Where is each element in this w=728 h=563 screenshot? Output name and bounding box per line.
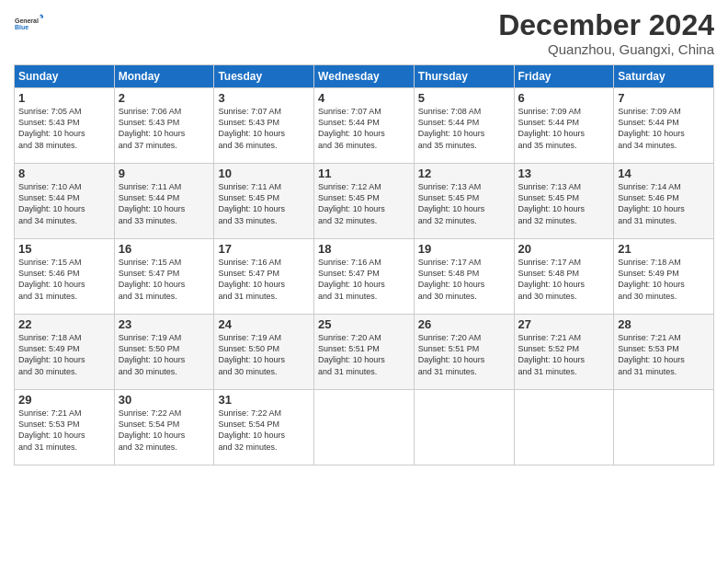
- svg-text:Blue: Blue: [15, 24, 28, 30]
- day-info: Sunrise: 7:12 AMSunset: 5:45 PMDaylight:…: [318, 181, 410, 226]
- day-number: 22: [18, 317, 110, 331]
- day-number: 23: [119, 317, 210, 331]
- calendar: SundayMondayTuesdayWednesdayThursdayFrid…: [14, 64, 714, 465]
- day-info: Sunrise: 7:13 AMSunset: 5:45 PMDaylight:…: [418, 181, 510, 226]
- day-number: 16: [119, 242, 210, 256]
- table-row: 1Sunrise: 7:05 AMSunset: 5:43 PMDaylight…: [15, 88, 115, 164]
- table-row: 5Sunrise: 7:08 AMSunset: 5:44 PMDaylight…: [414, 88, 514, 164]
- table-row: 27Sunrise: 7:21 AMSunset: 5:52 PMDayligh…: [514, 315, 614, 390]
- day-number: 9: [119, 167, 210, 180]
- table-row: [514, 390, 614, 465]
- day-number: 7: [618, 91, 710, 105]
- table-row: 11Sunrise: 7:12 AMSunset: 5:45 PMDayligh…: [314, 164, 415, 239]
- day-number: 15: [18, 242, 110, 256]
- day-info: Sunrise: 7:18 AMSunset: 5:49 PMDaylight:…: [618, 257, 710, 302]
- day-number: 24: [218, 317, 310, 331]
- table-row: 22Sunrise: 7:18 AMSunset: 5:49 PMDayligh…: [15, 315, 115, 390]
- day-info: Sunrise: 7:19 AMSunset: 5:50 PMDaylight:…: [218, 332, 310, 377]
- day-info: Sunrise: 7:09 AMSunset: 5:44 PMDaylight:…: [518, 106, 610, 151]
- table-row: 12Sunrise: 7:13 AMSunset: 5:45 PMDayligh…: [414, 164, 514, 239]
- table-row: 21Sunrise: 7:18 AMSunset: 5:49 PMDayligh…: [614, 239, 714, 315]
- table-row: 26Sunrise: 7:20 AMSunset: 5:51 PMDayligh…: [414, 315, 514, 390]
- header-wednesday: Wednesday: [314, 65, 415, 88]
- day-info: Sunrise: 7:21 AMSunset: 5:53 PMDaylight:…: [18, 408, 110, 453]
- day-number: 1: [18, 91, 110, 105]
- day-number: 29: [18, 393, 110, 407]
- day-info: Sunrise: 7:07 AMSunset: 5:44 PMDaylight:…: [318, 106, 410, 151]
- day-number: 31: [218, 393, 310, 407]
- day-info: Sunrise: 7:14 AMSunset: 5:46 PMDaylight:…: [618, 181, 710, 226]
- day-number: 5: [418, 91, 510, 105]
- table-row: 23Sunrise: 7:19 AMSunset: 5:50 PMDayligh…: [114, 315, 214, 390]
- day-number: 14: [618, 167, 710, 180]
- header-sunday: Sunday: [15, 65, 115, 88]
- day-info: Sunrise: 7:09 AMSunset: 5:44 PMDaylight:…: [618, 106, 710, 151]
- table-row: 17Sunrise: 7:16 AMSunset: 5:47 PMDayligh…: [214, 239, 314, 315]
- table-row: 16Sunrise: 7:15 AMSunset: 5:47 PMDayligh…: [114, 239, 214, 315]
- day-number: 26: [418, 317, 510, 331]
- day-info: Sunrise: 7:17 AMSunset: 5:48 PMDaylight:…: [518, 257, 610, 302]
- day-number: 13: [518, 167, 610, 180]
- day-number: 8: [18, 167, 110, 180]
- table-row: 7Sunrise: 7:09 AMSunset: 5:44 PMDaylight…: [614, 88, 714, 164]
- day-number: 6: [518, 91, 610, 105]
- table-row: 14Sunrise: 7:14 AMSunset: 5:46 PMDayligh…: [614, 164, 714, 239]
- day-number: 12: [418, 167, 510, 180]
- day-info: Sunrise: 7:19 AMSunset: 5:50 PMDaylight:…: [119, 332, 210, 377]
- day-info: Sunrise: 7:21 AMSunset: 5:52 PMDaylight:…: [518, 332, 610, 377]
- day-info: Sunrise: 7:22 AMSunset: 5:54 PMDaylight:…: [119, 408, 210, 453]
- table-row: 29Sunrise: 7:21 AMSunset: 5:53 PMDayligh…: [15, 390, 115, 465]
- svg-text:General: General: [15, 17, 39, 24]
- header-thursday: Thursday: [414, 65, 514, 88]
- day-info: Sunrise: 7:08 AMSunset: 5:44 PMDaylight:…: [418, 106, 510, 151]
- day-info: Sunrise: 7:21 AMSunset: 5:53 PMDaylight:…: [618, 332, 710, 377]
- table-row: 2Sunrise: 7:06 AMSunset: 5:43 PMDaylight…: [114, 88, 214, 164]
- table-row: [314, 390, 415, 465]
- day-number: 10: [218, 167, 310, 180]
- location: Quanzhou, Guangxi, China: [498, 41, 714, 57]
- day-info: Sunrise: 7:22 AMSunset: 5:54 PMDaylight:…: [218, 408, 310, 453]
- day-info: Sunrise: 7:11 AMSunset: 5:45 PMDaylight:…: [218, 181, 310, 226]
- table-row: 9Sunrise: 7:11 AMSunset: 5:44 PMDaylight…: [114, 164, 214, 239]
- header-monday: Monday: [114, 65, 214, 88]
- header-tuesday: Tuesday: [214, 65, 314, 88]
- table-row: 13Sunrise: 7:13 AMSunset: 5:45 PMDayligh…: [514, 164, 614, 239]
- day-number: 21: [618, 242, 710, 256]
- day-info: Sunrise: 7:20 AMSunset: 5:51 PMDaylight:…: [418, 332, 510, 377]
- day-number: 30: [119, 393, 210, 407]
- day-number: 20: [518, 242, 610, 256]
- table-row: 18Sunrise: 7:16 AMSunset: 5:47 PMDayligh…: [314, 239, 415, 315]
- table-row: 8Sunrise: 7:10 AMSunset: 5:44 PMDaylight…: [15, 164, 115, 239]
- day-info: Sunrise: 7:06 AMSunset: 5:43 PMDaylight:…: [119, 106, 210, 151]
- table-row: 10Sunrise: 7:11 AMSunset: 5:45 PMDayligh…: [214, 164, 314, 239]
- day-number: 25: [318, 317, 410, 331]
- table-row: 28Sunrise: 7:21 AMSunset: 5:53 PMDayligh…: [614, 315, 714, 390]
- day-number: 2: [119, 91, 210, 105]
- header-friday: Friday: [514, 65, 614, 88]
- day-info: Sunrise: 7:15 AMSunset: 5:46 PMDaylight:…: [18, 257, 110, 302]
- logo-svg: General Blue: [14, 9, 43, 39]
- title-section: December 2024 Quanzhou, Guangxi, China: [498, 9, 714, 57]
- day-info: Sunrise: 7:16 AMSunset: 5:47 PMDaylight:…: [318, 257, 410, 302]
- day-number: 19: [418, 242, 510, 256]
- day-number: 11: [318, 167, 410, 180]
- table-row: 19Sunrise: 7:17 AMSunset: 5:48 PMDayligh…: [414, 239, 514, 315]
- day-info: Sunrise: 7:17 AMSunset: 5:48 PMDaylight:…: [418, 257, 510, 302]
- day-number: 27: [518, 317, 610, 331]
- day-number: 4: [318, 91, 410, 105]
- table-row: 24Sunrise: 7:19 AMSunset: 5:50 PMDayligh…: [214, 315, 314, 390]
- month-title: December 2024: [498, 9, 714, 41]
- day-info: Sunrise: 7:16 AMSunset: 5:47 PMDaylight:…: [218, 257, 310, 302]
- day-info: Sunrise: 7:13 AMSunset: 5:45 PMDaylight:…: [518, 181, 610, 226]
- day-info: Sunrise: 7:18 AMSunset: 5:49 PMDaylight:…: [18, 332, 110, 377]
- table-row: 4Sunrise: 7:07 AMSunset: 5:44 PMDaylight…: [314, 88, 415, 164]
- table-row: 25Sunrise: 7:20 AMSunset: 5:51 PMDayligh…: [314, 315, 415, 390]
- table-row: 15Sunrise: 7:15 AMSunset: 5:46 PMDayligh…: [15, 239, 115, 315]
- day-number: 3: [218, 91, 310, 105]
- day-number: 17: [218, 242, 310, 256]
- table-row: [414, 390, 514, 465]
- day-number: 18: [318, 242, 410, 256]
- day-number: 28: [618, 317, 710, 331]
- table-row: 30Sunrise: 7:22 AMSunset: 5:54 PMDayligh…: [114, 390, 214, 465]
- day-info: Sunrise: 7:10 AMSunset: 5:44 PMDaylight:…: [18, 181, 110, 226]
